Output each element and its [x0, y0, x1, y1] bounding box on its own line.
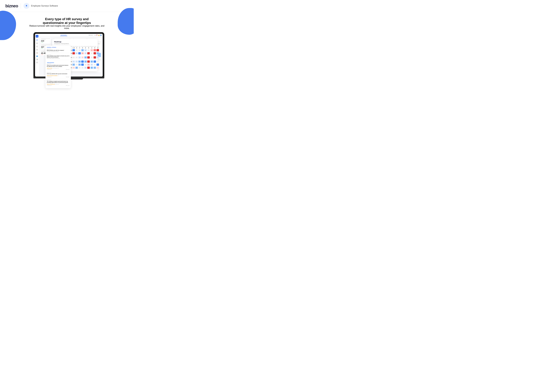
app-topbar: Administration 🔍 Search ⚙ ⏰ 🔔	[39, 34, 103, 37]
col-huelva: Huelva	[72, 46, 75, 47]
q4-text: I feel very satisfied with my work envir…	[47, 73, 70, 75]
row-2-c6: -14	[87, 52, 90, 55]
stat-box-1: 210 +17%	[40, 38, 51, 43]
sidebar-icon-2[interactable]: ⊞	[36, 42, 38, 44]
row-3-c9: 6	[96, 55, 99, 60]
row-6-c8: 11	[93, 66, 96, 69]
q1-label: QUESTION 1	[47, 49, 70, 49]
star-empty: ★	[52, 67, 53, 69]
total-12: 12	[90, 47, 93, 49]
row-6-c7: 12	[90, 66, 93, 69]
row-2-c8: -14	[93, 52, 96, 55]
screenshots-section: b ☰ ⊞ ◎ ♟ 📋 👥 📊 ⚙	[0, 32, 134, 79]
page-wrapper: bizneo Employee Surveys Software Every t…	[0, 0, 134, 98]
survey-icon	[24, 3, 29, 9]
row-6-c1: -6	[72, 66, 75, 69]
row-2-c2: 12	[75, 52, 78, 55]
settings-icon[interactable]: ⚙	[95, 35, 96, 36]
star-empty: ★	[57, 75, 59, 76]
question-5: QUESTION 5 The company recognizes good p…	[47, 79, 70, 87]
stat-label-line-short-2	[41, 45, 46, 46]
row-3-c3: 6	[78, 55, 81, 60]
row-2-c5: 4	[84, 52, 87, 55]
total-11: 11:45	[72, 47, 75, 49]
row-5-c3: 13	[78, 63, 81, 66]
row-1-c6: 0	[87, 49, 90, 52]
star-empty: ★	[57, 67, 59, 69]
row-6-c5: 8	[84, 66, 87, 69]
tab-administration[interactable]: Administration	[60, 34, 67, 36]
q3-text: There is an excellent work environment b…	[47, 65, 70, 67]
clock-icon: ⏰	[96, 35, 98, 36]
row-3-c2: 2	[75, 55, 78, 60]
row-2-c1: -14	[72, 52, 75, 55]
star-filled: ★	[49, 75, 51, 76]
question-1: QUESTION 1 What identifies you with the …	[47, 49, 70, 53]
stat-value-1: 210	[41, 40, 50, 42]
row-4-c4: 14	[81, 60, 84, 63]
star-empty: ★	[55, 67, 56, 69]
star-filled: ★	[47, 67, 48, 69]
row-5-c5: 2	[84, 63, 87, 66]
col-ubi: Ubi	[96, 46, 99, 47]
notification-icon[interactable]: 🔔	[98, 35, 100, 36]
q3-label: QUESTION 3	[47, 64, 70, 64]
q5-stars: ★ ★ ★ ★ ★ ★ ★ ★ ★	[47, 84, 70, 85]
star-filled: ★	[48, 67, 49, 69]
row-2-c7: 5	[90, 52, 93, 55]
q1-sub: The values and closeness of people	[47, 51, 70, 52]
star-empty: ★	[53, 67, 55, 69]
sidebar-icon-1[interactable]: ☰	[36, 39, 38, 41]
svg-point-1	[26, 7, 27, 7]
col-badajoz: Badajoz	[90, 46, 93, 47]
question-4: QUESTION 4 I feel very satisfied with my…	[47, 72, 70, 78]
total-24: 24	[75, 47, 78, 49]
row-1-c1: 8	[72, 49, 75, 52]
sidebar-icon-4[interactable]: ♟	[36, 48, 38, 51]
sidebar-icon-3[interactable]: ◎	[36, 45, 38, 48]
row-4-c7: 10	[90, 60, 93, 63]
row-1-c5: 12	[84, 49, 87, 52]
sidebar-icon-5[interactable]: 📋	[36, 52, 38, 54]
star-filled: ★	[51, 67, 52, 69]
star-filled: ★	[51, 75, 52, 76]
row-5-c2: 4	[75, 63, 78, 66]
app-search[interactable]: 🔍 Search	[88, 34, 93, 36]
q3-star-labels: In disagreement Totally agree	[47, 69, 70, 70]
star-filled: ★	[49, 67, 51, 69]
row-1-c7: -6	[90, 49, 93, 52]
row-4-c9: 4	[96, 60, 99, 63]
row-5-c4: 14	[81, 63, 84, 66]
row-4-c5: 13	[84, 60, 87, 63]
heatmap-subtitle: Comparison of all questions	[54, 43, 96, 44]
star-filled: ★	[56, 75, 57, 76]
q5-label: QUESTION 5	[47, 79, 70, 80]
star-filled: ★	[51, 84, 52, 85]
col-corulla: Coruña	[93, 46, 96, 47]
app-logo: b	[36, 35, 38, 37]
app-sidebar: b ☰ ⊞ ◎ ♟ 📋 👥 📊 ⚙	[35, 34, 39, 77]
star-empty: ★	[56, 67, 57, 69]
stat-change-1: +17%	[41, 42, 50, 43]
total-18: 18	[96, 47, 99, 49]
row-3-c7: 1	[90, 55, 93, 60]
row-5-c7: 9	[90, 63, 93, 66]
col-valence: Valence	[87, 46, 90, 47]
total-30: 30	[84, 47, 87, 49]
sidebar-icon-7[interactable]: 📊	[36, 58, 38, 61]
sidebar-icon-8[interactable]: ⚙	[36, 61, 38, 64]
star-filled: ★	[53, 84, 55, 85]
star-filled: ★	[52, 75, 53, 76]
row-6-c9: -4	[96, 66, 99, 69]
row-5-c9: 15	[96, 63, 99, 66]
total-85: 85	[93, 47, 96, 49]
star-filled: ★	[52, 84, 53, 85]
q4-label: QUESTION 4	[47, 72, 70, 73]
star-filled: ★	[47, 84, 48, 85]
q1-text: What identifies you with the company?	[47, 50, 70, 51]
star-filled: ★	[48, 75, 49, 76]
hero-subtext: Reduce turnover with real insights into …	[27, 25, 107, 29]
col-murcia: Murcia	[81, 46, 84, 47]
question-3: QUESTION 3 There is an excellent work en…	[47, 64, 70, 71]
sidebar-icon-6[interactable]: 👥	[36, 55, 38, 57]
